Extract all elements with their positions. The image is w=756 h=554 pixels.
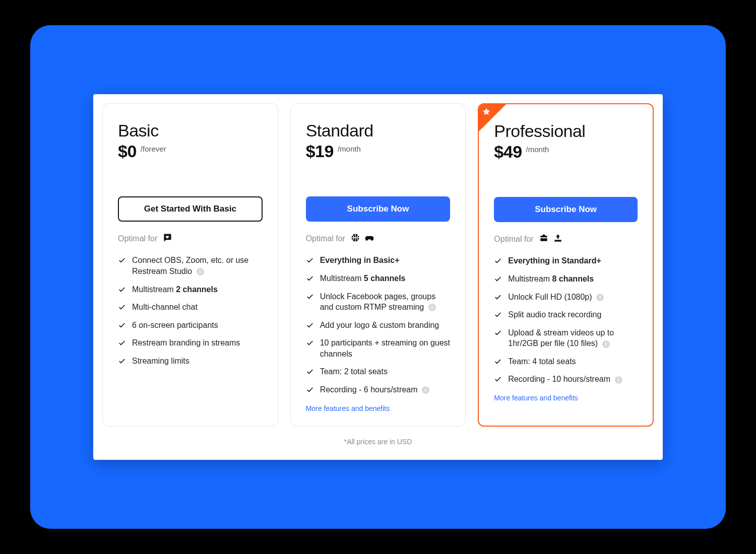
feature-item: Connect OBS, Zoom, etc. or use Restream … xyxy=(118,255,263,276)
feature-item: Split audio track recording xyxy=(494,309,638,320)
feature-item: Everything in Standard+ xyxy=(494,255,638,266)
plan-card-standard: Standard $19 /month Subscribe Now Optima… xyxy=(290,103,466,426)
feature-item: Unlock Facebook pages, groups and custom… xyxy=(306,291,451,313)
check-icon xyxy=(306,339,314,347)
subscribe-button[interactable]: Subscribe Now xyxy=(494,197,638,222)
feature-item: Upload & stream videos up to 1hr/2GB per… xyxy=(494,327,638,349)
check-icon xyxy=(306,386,314,394)
check-icon xyxy=(118,303,126,311)
check-icon xyxy=(306,293,314,301)
basketball-icon xyxy=(350,233,360,245)
check-icon xyxy=(494,257,502,265)
star-icon xyxy=(482,107,491,116)
plan-name: Basic xyxy=(118,121,263,141)
feature-text: Connect OBS, Zoom, etc. or use Restream … xyxy=(132,255,263,276)
feature-bold: 5 channels xyxy=(364,274,406,283)
feature-item: Team: 2 total seats xyxy=(306,366,451,377)
check-icon xyxy=(118,321,126,329)
info-icon[interactable]: i xyxy=(197,268,204,275)
price-footnote: *All prices are in USD xyxy=(102,438,654,446)
plan-period: /forever xyxy=(141,145,166,153)
check-icon xyxy=(306,256,314,264)
feature-item: 10 participants + streaming on guest cha… xyxy=(306,337,451,359)
check-icon xyxy=(118,357,126,365)
plan-price: $19 xyxy=(306,142,334,161)
feature-text: Everything in Basic+ xyxy=(320,255,400,266)
check-icon xyxy=(306,321,314,329)
feature-text: Team: 4 total seats xyxy=(508,356,576,367)
optimal-label: Optimal for xyxy=(306,234,345,243)
optimal-row: Optimal for xyxy=(306,233,451,245)
gamepad-icon xyxy=(364,233,374,245)
feature-item: Add your logo & custom branding xyxy=(306,320,451,331)
feature-text: Everything in Standard+ xyxy=(508,255,601,266)
subscribe-button[interactable]: Subscribe Now xyxy=(306,196,451,222)
feature-text: Unlock Full HD (1080p) i xyxy=(508,292,604,303)
pricing-panel: Basic $0 /forever Get Started With Basic… xyxy=(93,94,663,459)
feature-item: Team: 4 total seats xyxy=(494,356,638,367)
feature-text: Restream branding in streams xyxy=(132,337,240,349)
feature-item: Multi-channel chat xyxy=(118,302,263,313)
feature-text: Team: 2 total seats xyxy=(320,366,388,377)
feature-bold: 2 channels xyxy=(176,285,218,294)
plan-name: Standard xyxy=(306,121,451,141)
price-row: $0 /forever xyxy=(118,142,263,161)
feature-item: Everything in Basic+ xyxy=(306,255,451,266)
briefcase-icon xyxy=(539,233,549,245)
plan-name: Professional xyxy=(494,121,638,141)
feature-text: Streaming limits xyxy=(132,356,190,367)
feature-text: Unlock Facebook pages, groups and custom… xyxy=(320,291,451,313)
check-icon xyxy=(118,256,126,264)
plan-price: $0 xyxy=(118,142,137,161)
feature-text: Recording - 6 hours/stream i xyxy=(320,384,429,395)
check-icon xyxy=(494,375,502,383)
info-icon[interactable]: i xyxy=(422,386,429,394)
feature-bold: Everything in Basic+ xyxy=(320,256,400,264)
get-started-button[interactable]: Get Started With Basic xyxy=(118,196,263,222)
feature-text: 6 on-screen participants xyxy=(132,320,218,331)
feature-text: Multistream 5 channels xyxy=(320,273,406,284)
plan-price: $49 xyxy=(494,142,522,162)
check-icon xyxy=(494,275,502,283)
feature-text: 10 participants + streaming on guest cha… xyxy=(320,337,451,359)
check-icon xyxy=(306,274,314,283)
feature-item: 6 on-screen participants xyxy=(118,320,263,331)
check-icon xyxy=(494,358,502,366)
feature-item: Multistream 5 channels xyxy=(306,273,451,284)
info-icon[interactable]: i xyxy=(602,340,610,348)
plan-grid: Basic $0 /forever Get Started With Basic… xyxy=(102,103,654,426)
feature-text: Recording - 10 hours/stream i xyxy=(508,374,622,385)
feature-item: Recording - 10 hours/stream i xyxy=(494,374,638,385)
more-features-link[interactable]: More features and benefits xyxy=(494,394,578,402)
feature-text: Split audio track recording xyxy=(508,309,601,320)
feature-item: Multistream 2 channels xyxy=(118,284,263,295)
feature-list: Connect OBS, Zoom, etc. or use Restream … xyxy=(118,255,263,366)
check-icon xyxy=(494,293,502,301)
feature-bold: Everything in Standard+ xyxy=(508,256,601,265)
check-icon xyxy=(494,311,502,319)
plan-card-professional: Professional $49 /month Subscribe Now Op… xyxy=(478,103,654,426)
check-icon xyxy=(494,329,502,337)
feature-list: Everything in Standard+Multistream 8 cha… xyxy=(494,255,638,385)
feature-text: Add your logo & custom branding xyxy=(320,320,439,331)
price-row: $19 /month xyxy=(306,142,451,161)
feature-text: Upload & stream videos up to 1hr/2GB per… xyxy=(508,327,638,349)
feature-bold: 8 channels xyxy=(552,274,594,283)
feature-item: Restream branding in streams xyxy=(118,337,263,349)
info-icon[interactable]: i xyxy=(428,304,436,311)
info-icon[interactable]: i xyxy=(615,376,622,384)
blue-frame: Basic $0 /forever Get Started With Basic… xyxy=(30,25,726,529)
feature-text: Multistream 2 channels xyxy=(132,284,218,295)
upload-icon xyxy=(553,233,563,245)
optimal-label: Optimal for xyxy=(118,234,157,243)
feature-item: Streaming limits xyxy=(118,356,263,367)
feature-text: Multi-channel chat xyxy=(132,302,198,313)
info-icon[interactable]: i xyxy=(596,294,604,301)
chat-heart-icon xyxy=(162,233,172,245)
feature-item: Recording - 6 hours/stream i xyxy=(306,384,451,395)
optimal-label: Optimal for xyxy=(494,235,533,244)
price-row: $49 /month xyxy=(494,142,638,162)
check-icon xyxy=(118,339,126,347)
more-features-link[interactable]: More features and benefits xyxy=(306,404,390,412)
featured-corner xyxy=(479,104,506,131)
